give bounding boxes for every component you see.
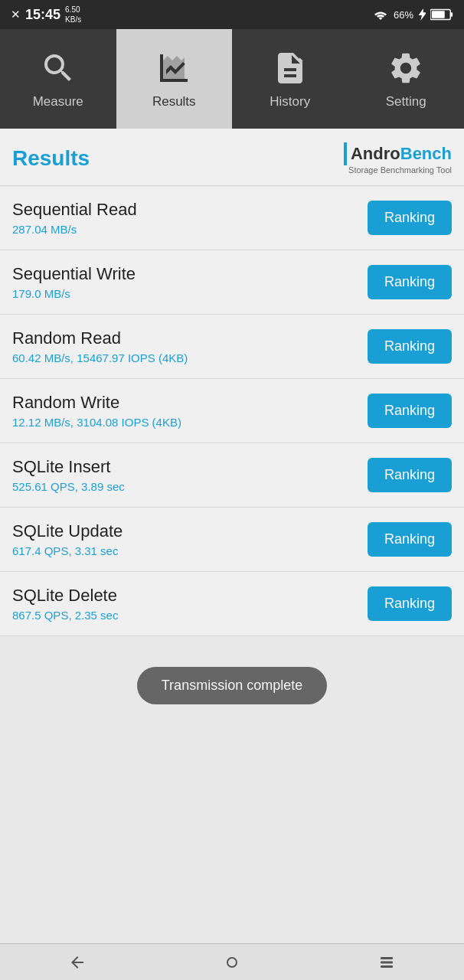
toast-area: Transmission complete: [0, 636, 464, 735]
bottom-home-button[interactable]: [155, 944, 309, 980]
wifi-icon: [372, 8, 389, 21]
benchmark-list: Sequential Read 287.04 MB/s Ranking Sequ…: [0, 186, 464, 636]
bottom-back-button[interactable]: [0, 944, 155, 980]
bench-info: Random Write 12.12 MB/s, 3104.08 IOPS (4…: [12, 393, 181, 429]
bench-name: Sequential Read: [12, 200, 137, 220]
bench-value: 12.12 MB/s, 3104.08 IOPS (4KB): [12, 416, 181, 429]
brand-divider: [344, 142, 347, 165]
battery-icon: [430, 8, 453, 21]
status-bar: ✕ 15:45 6.50 KB/s 66%: [0, 0, 464, 29]
results-icon: [154, 48, 194, 88]
bench-info: Sequential Write 179.0 MB/s: [12, 264, 136, 300]
tab-history[interactable]: History: [232, 29, 348, 129]
bench-value: 867.5 QPS, 2.35 sec: [12, 609, 118, 622]
bench-name: SQLite Insert: [12, 457, 125, 477]
status-time: 15:45: [25, 7, 60, 23]
bench-row-sqlite-insert: SQLite Insert 525.61 QPS, 3.89 sec Ranki…: [0, 443, 464, 508]
brand-bench: Bench: [400, 144, 452, 163]
bench-value: 287.04 MB/s: [12, 223, 137, 236]
status-speed: 6.50 KB/s: [65, 5, 81, 24]
bench-row-sequential-write: Sequential Write 179.0 MB/s Ranking: [0, 250, 464, 315]
bench-value: 617.4 QPS, 3.31 sec: [12, 544, 123, 557]
bench-info: Sequential Read 287.04 MB/s: [12, 200, 137, 236]
close-icon: ✕: [11, 8, 21, 21]
svg-rect-6: [381, 965, 393, 968]
ranking-button-random-read[interactable]: Ranking: [368, 329, 452, 364]
bench-name: SQLite Update: [12, 521, 123, 541]
svg-rect-1: [450, 12, 453, 17]
svg-rect-2: [432, 11, 445, 18]
brand-name: AndroBench: [351, 144, 452, 164]
ranking-button-sequential-read[interactable]: Ranking: [368, 201, 452, 235]
charging-icon: [418, 8, 426, 21]
bench-name: Sequential Write: [12, 264, 136, 284]
bench-info: SQLite Insert 525.61 QPS, 3.89 sec: [12, 457, 125, 493]
status-left: ✕ 15:45 6.50 KB/s: [11, 5, 81, 24]
bench-row-sqlite-update: SQLite Update 617.4 QPS, 3.31 sec Rankin…: [0, 508, 464, 572]
bench-row-random-read: Random Read 60.42 MB/s, 15467.97 IOPS (4…: [0, 315, 464, 379]
tab-setting[interactable]: Setting: [348, 29, 465, 129]
brand-area: AndroBench Storage Benchmarking Tool: [344, 142, 452, 175]
tab-results[interactable]: Results: [116, 29, 233, 129]
ranking-button-sqlite-delete[interactable]: Ranking: [368, 586, 452, 621]
bench-value: 525.61 QPS, 3.89 sec: [12, 480, 125, 493]
bench-info: SQLite Update 617.4 QPS, 3.31 sec: [12, 521, 123, 557]
ranking-button-sequential-write[interactable]: Ranking: [368, 265, 452, 299]
back-icon: [68, 953, 87, 972]
bench-row-random-write: Random Write 12.12 MB/s, 3104.08 IOPS (4…: [0, 379, 464, 443]
transmission-toast: Transmission complete: [137, 667, 327, 704]
bench-name: Random Read: [12, 328, 188, 348]
tab-history-label: History: [270, 94, 310, 109]
nav-tabs: Measure Results History: [0, 29, 464, 129]
tab-results-label: Results: [152, 94, 196, 109]
bench-value: 60.42 MB/s, 15467.97 IOPS (4KB): [12, 351, 188, 364]
bench-name: Random Write: [12, 393, 181, 413]
search-icon: [38, 48, 78, 88]
page-title: Results: [12, 146, 90, 171]
bench-value: 179.0 MB/s: [12, 287, 136, 300]
tab-measure-label: Measure: [33, 94, 83, 109]
svg-rect-5: [381, 961, 393, 963]
recent-icon: [377, 953, 396, 972]
bottom-recent-button[interactable]: [309, 944, 464, 980]
history-icon: [270, 48, 310, 88]
ranking-button-sqlite-update[interactable]: Ranking: [368, 522, 452, 557]
battery-percent: 66%: [394, 9, 413, 21]
bottom-nav: [0, 943, 464, 980]
tab-measure[interactable]: Measure: [0, 29, 116, 129]
tab-setting-label: Setting: [386, 94, 426, 109]
brand-andro: Andro: [351, 144, 400, 163]
setting-icon: [386, 48, 426, 88]
svg-point-3: [227, 958, 237, 967]
bench-row-sequential-read: Sequential Read 287.04 MB/s Ranking: [0, 186, 464, 250]
results-header: Results AndroBench Storage Benchmarking …: [0, 129, 464, 186]
home-icon: [223, 953, 241, 972]
ranking-button-sqlite-insert[interactable]: Ranking: [368, 458, 452, 492]
bench-info: Random Read 60.42 MB/s, 15467.97 IOPS (4…: [12, 328, 188, 364]
svg-rect-4: [381, 957, 393, 959]
ranking-button-random-write[interactable]: Ranking: [368, 394, 452, 428]
bench-info: SQLite Delete 867.5 QPS, 2.35 sec: [12, 586, 118, 622]
bench-name: SQLite Delete: [12, 586, 118, 606]
bench-row-sqlite-delete: SQLite Delete 867.5 QPS, 2.35 sec Rankin…: [0, 572, 464, 636]
brand-sub: Storage Benchmarking Tool: [348, 165, 452, 175]
status-right: 66%: [372, 8, 453, 21]
